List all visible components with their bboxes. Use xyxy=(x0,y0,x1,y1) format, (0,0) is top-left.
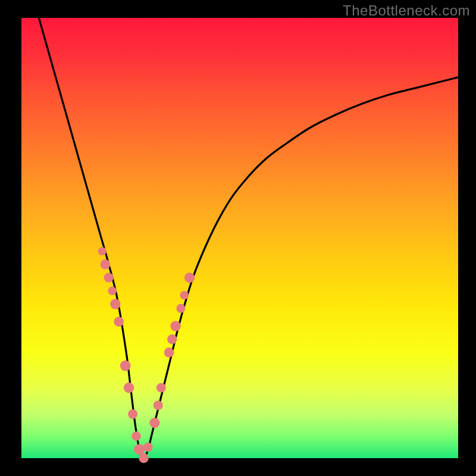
marker-point xyxy=(128,409,137,419)
marker-point xyxy=(154,400,163,410)
marker-point xyxy=(108,287,117,296)
v-curve-line xyxy=(39,18,458,458)
marker-point xyxy=(134,444,145,455)
marker-point xyxy=(149,418,159,428)
marker-point xyxy=(114,317,124,327)
marker-point xyxy=(104,273,114,283)
marker-group xyxy=(98,247,195,463)
marker-point xyxy=(143,443,152,452)
marker-point xyxy=(120,361,131,371)
curve-svg xyxy=(21,18,458,458)
marker-point xyxy=(167,334,177,344)
marker-point xyxy=(131,431,141,441)
marker-point xyxy=(164,347,174,358)
marker-point xyxy=(139,453,149,464)
marker-point xyxy=(124,383,134,393)
marker-point xyxy=(176,304,185,313)
marker-point xyxy=(101,259,111,270)
marker-point xyxy=(180,291,189,300)
marker-point xyxy=(156,383,166,393)
chart-frame: TheBottleneck.com xyxy=(0,0,476,476)
plot-area xyxy=(21,18,458,458)
watermark-text: TheBottleneck.com xyxy=(343,2,470,19)
marker-point xyxy=(184,273,195,283)
marker-point xyxy=(98,247,107,255)
marker-point xyxy=(170,321,180,331)
marker-point xyxy=(110,299,121,309)
